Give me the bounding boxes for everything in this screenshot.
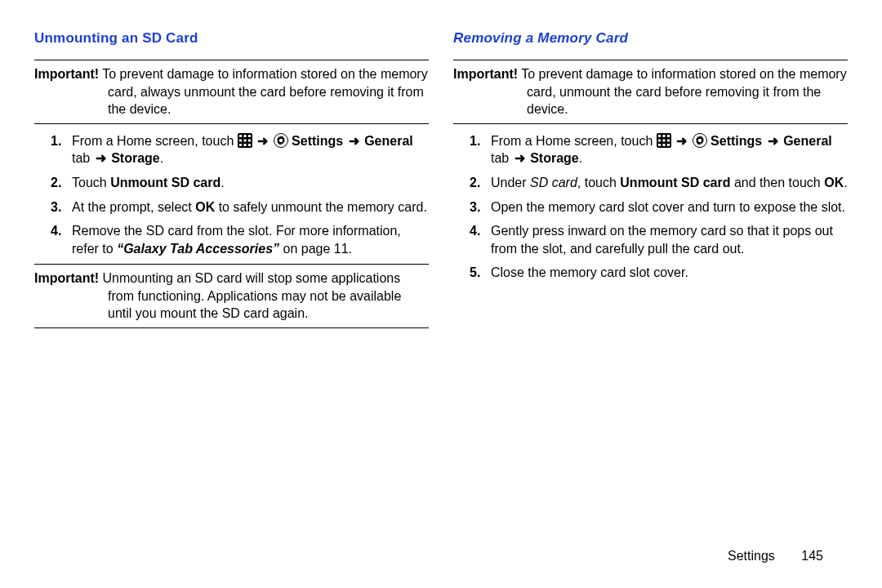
nav-general: General [783,134,832,148]
heading-removing: Removing a Memory Card [453,29,848,48]
important-note-1: Important! To prevent damage to informat… [453,65,848,118]
page-footer: Settings 145 [728,547,823,565]
step-item: Gently press inward on the memory card s… [476,222,848,257]
step-bold: OK [824,176,844,189]
important-label: Important! [453,67,518,81]
arrow-icon: ➜ [94,151,108,165]
step-bold: Unmount SD card [620,176,730,189]
nav-storage: Storage [111,151,160,165]
step-bold: OK [195,200,215,214]
important-label: Important! [34,67,99,81]
svg-rect-18 [667,139,670,141]
step-text: Touch [72,176,110,189]
right-column: Removing a Memory Card Important! To pre… [453,29,848,539]
footer-section: Settings [728,549,775,563]
svg-rect-3 [248,135,251,137]
svg-rect-19 [658,144,661,146]
step-item: At the prompt, select OK to safely unmou… [57,198,429,216]
nav-settings: Settings [710,134,762,148]
footer-page-number: 145 [801,549,823,563]
step-text: to safely unmount the memory card. [215,200,427,214]
step-item: From a Home screen, touch ➜ Settings [57,132,429,167]
rule [453,60,848,60]
rule [34,123,429,124]
svg-point-23 [697,139,701,142]
svg-rect-9 [248,144,251,146]
rule [34,264,429,265]
svg-rect-21 [667,144,670,146]
step-text: , touch [577,176,620,189]
step-text: Under [491,176,530,189]
svg-point-11 [278,139,282,142]
step-text: Open the memory card slot cover and turn… [491,200,845,214]
important-label: Important! [34,271,99,285]
nav-storage: Storage [530,151,579,165]
rule [34,327,429,328]
svg-rect-8 [243,144,246,146]
step-text: Gently press inward on the memory card s… [491,224,833,256]
arrow-icon: ➜ [675,134,688,148]
step-item: Touch Unmount SD card. [57,174,429,192]
arrow-icon: ➜ [766,134,780,148]
nav-general: General [364,134,413,148]
steps-list-left: From a Home screen, touch ➜ Settings [34,132,429,258]
arrow-icon: ➜ [347,134,361,148]
apps-grid-icon [657,133,671,148]
step-text: Close the memory card slot cover. [491,265,688,279]
steps-list-right: From a Home screen, touch ➜ Settings [453,132,848,282]
important-text: To prevent damage to information stored … [521,67,846,116]
step-item: Open the memory card slot cover and turn… [476,198,848,216]
step-item: From a Home screen, touch ➜ Settings [476,132,848,167]
left-column: Unmounting an SD Card Important! To prev… [34,29,429,539]
svg-rect-13 [658,135,661,137]
nav-tab-word: tab [72,151,94,165]
important-text: To prevent damage to information stored … [102,67,427,116]
step-item: Remove the SD card from the slot. For mo… [57,222,429,257]
step-item: Under SD card, touch Unmount SD card and… [476,174,848,192]
svg-rect-4 [239,139,242,141]
step-text: From a Home screen, touch [491,134,657,148]
nav-settings: Settings [292,134,343,148]
svg-rect-14 [662,135,665,137]
important-note-2: Important! Unmounting an SD card will st… [34,270,429,323]
step-italic: SD card [530,176,577,189]
settings-gear-icon [274,133,288,148]
svg-rect-17 [662,139,665,141]
important-note-1: Important! To prevent damage to informat… [34,65,429,118]
step-text: on page 11. [279,242,352,256]
heading-unmounting: Unmounting an SD Card [34,29,429,48]
step-text: From a Home screen, touch [72,134,238,148]
step-bold: Unmount SD card [110,176,220,189]
rule [453,123,848,124]
page-content: Unmounting an SD Card Important! To prev… [0,0,882,539]
rule [34,60,429,60]
svg-rect-6 [248,139,251,141]
important-text: Unmounting an SD card will stop some app… [103,271,402,320]
step-ref: “Galaxy Tab Accessories” [117,242,279,256]
svg-rect-15 [667,135,670,137]
step-text: At the prompt, select [72,200,195,214]
svg-rect-16 [658,139,661,141]
step-text: and then touch [730,176,824,189]
svg-rect-7 [239,144,242,146]
settings-gear-icon [693,133,707,148]
svg-rect-5 [243,139,246,141]
arrow-icon: ➜ [256,134,270,148]
svg-rect-1 [239,135,242,137]
arrow-icon: ➜ [513,151,527,165]
svg-rect-20 [662,144,665,146]
svg-rect-2 [243,135,246,137]
apps-grid-icon [238,133,252,148]
nav-tab-word: tab [491,151,513,165]
step-item: Close the memory card slot cover. [476,264,848,282]
